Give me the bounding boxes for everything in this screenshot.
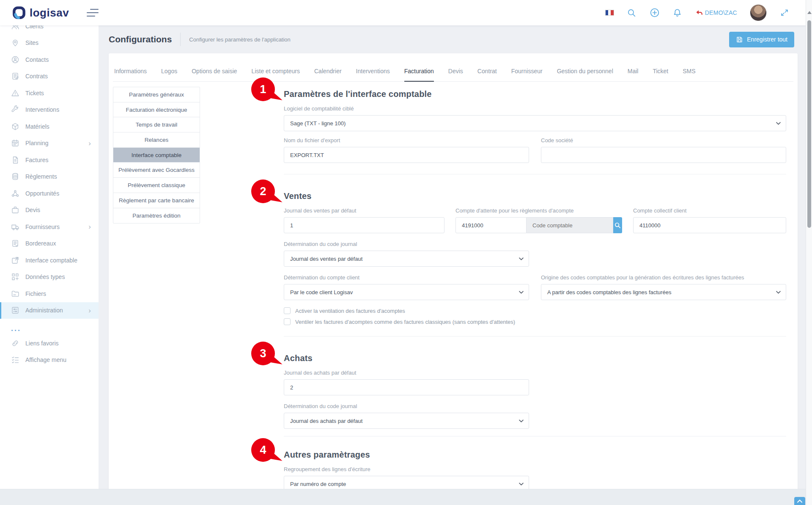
expand-icon[interactable]: [779, 8, 790, 18]
chevron-up-icon: [797, 499, 802, 503]
more-menu-dots[interactable]: ...: [0, 319, 99, 335]
chevron-down-icon: [519, 291, 524, 294]
magnifier-icon: [614, 222, 621, 229]
tab-devis[interactable]: Devis: [448, 68, 463, 81]
sidebar-item-affichage-menu[interactable]: Affichage menu: [0, 352, 99, 369]
app-logo[interactable]: logisav: [12, 6, 69, 20]
tab-contrat[interactable]: Contrat: [477, 68, 497, 81]
section-1-header: 1 Paramètres de l'interface comptable: [284, 88, 786, 99]
waiting-account-input[interactable]: [455, 217, 527, 233]
journal-code-label: Détermination du code journal: [284, 241, 529, 247]
submenu-item-param-tres-dition[interactable]: Paramètres édition: [113, 208, 200, 224]
tab-calendrier[interactable]: Calendrier: [314, 68, 342, 81]
collective-account-input[interactable]: [633, 217, 786, 233]
save-all-button[interactable]: Enregistrer tout: [729, 32, 794, 47]
scrollbar-up-arrow[interactable]: [807, 11, 812, 14]
sidebar-item-sites[interactable]: Sites: [0, 35, 99, 52]
section-4-header: 4 Autres paramètrages: [284, 449, 786, 460]
tab-interventions[interactable]: Interventions: [356, 68, 390, 81]
plus-circle-icon[interactable]: [650, 8, 660, 18]
grouping-label: Regroupement des lignes d'écriture: [284, 466, 529, 472]
sidebar-item-clients[interactable]: Clients: [0, 25, 99, 35]
tab-facturation[interactable]: Facturation: [404, 68, 434, 82]
tab-informations[interactable]: Informations: [114, 68, 147, 81]
purchases-journal-input[interactable]: [284, 379, 529, 395]
logo-text: logisav: [30, 6, 69, 19]
menu-toggle-icon[interactable]: [87, 9, 99, 17]
company-code-input[interactable]: [541, 147, 786, 163]
accounting-code-input: [527, 217, 613, 233]
submenu-item-relances[interactable]: Relances: [113, 132, 200, 148]
submenu-item-pr-l-vement-avec-gocardless[interactable]: Prélèvement avec Gocardless: [113, 163, 200, 178]
avatar[interactable]: [750, 4, 767, 21]
collective-account-label: Compte collectif client: [633, 207, 786, 214]
sidebar-item-bordereaux[interactable]: Bordereaux: [0, 235, 99, 252]
callout-marker-4: 4: [251, 438, 275, 462]
user-menu[interactable]: DEMO\ZAC: [695, 9, 737, 16]
tab-ticket[interactable]: Ticket: [653, 68, 668, 81]
external-link-icon: [11, 256, 19, 265]
coins-icon: [11, 172, 19, 181]
submenu-item-facturation-lectronique[interactable]: Facturation électronique: [113, 102, 200, 118]
footer-bar: [0, 489, 812, 505]
undo-arrow-icon: [695, 10, 702, 16]
tab-fournisseur[interactable]: Fournisseur: [511, 68, 543, 81]
submenu-item-interface-comptable[interactable]: Interface comptable: [113, 148, 200, 163]
sidebar-item-mat-riels[interactable]: Matériels: [0, 118, 99, 135]
sidebar-item-interventions[interactable]: Interventions: [0, 102, 99, 119]
french-flag-icon[interactable]: [605, 10, 614, 16]
ventilation-checkbox[interactable]: [284, 307, 291, 314]
tab-sms[interactable]: SMS: [683, 68, 695, 81]
client-account-select[interactable]: Par le code client Logisav: [284, 284, 529, 300]
scroll-top-button[interactable]: [794, 497, 805, 505]
sidebar-item-tickets[interactable]: Tickets: [0, 85, 99, 102]
grid-plus-icon: [11, 273, 19, 281]
sidebar-item-fournisseurs[interactable]: Fournisseurs›: [0, 218, 99, 235]
export-file-input[interactable]: [284, 147, 529, 163]
software-select[interactable]: Sage (TXT - ligne 100): [284, 115, 786, 131]
submenu-item-pr-l-vement-classique[interactable]: Prélèvement classique: [113, 178, 200, 193]
page-header: Configurations Configurer les paramètres…: [99, 25, 806, 53]
list-check-icon: [11, 356, 19, 364]
ventiler-classique-checkbox[interactable]: [284, 318, 291, 325]
purchases-journal-code-select[interactable]: Journal des achats par défaut: [284, 413, 529, 429]
sidebar-item-administration[interactable]: Administration›: [0, 302, 99, 319]
sidebar-item-contrats[interactable]: Contrats: [0, 68, 99, 85]
calendar-icon: [11, 139, 19, 147]
section-2-title: Ventes: [284, 191, 312, 201]
sidebar-item-opportunit-s[interactable]: Opportunités: [0, 185, 99, 202]
submenu-item-r-glement-par-carte-bancaire[interactable]: Règlement par carte bancaire: [113, 193, 200, 208]
sidebar-item-liens-favoris[interactable]: Liens favoris: [0, 335, 99, 352]
scrollbar-thumb[interactable]: [807, 20, 811, 228]
sidebar-item-devis[interactable]: Devis: [0, 202, 99, 219]
sidebar-item-interface-comptable[interactable]: Interface comptable: [0, 252, 99, 269]
cube-icon: [11, 122, 19, 131]
ventilation-checkbox-label: Activer la ventilation des factures d'ac…: [295, 308, 405, 314]
bell-icon[interactable]: [672, 8, 683, 18]
tab-logos[interactable]: Logos: [161, 68, 177, 81]
sidebar-item-donn-es-types[interactable]: Données types: [0, 269, 99, 286]
purchases-journal-label: Journal des achats par défaut: [284, 370, 529, 376]
codes-origin-select[interactable]: A partir des codes comptables des lignes…: [541, 284, 786, 300]
wrench-icon: [11, 105, 19, 114]
sidebar-item-contacts[interactable]: Contacts: [0, 51, 99, 68]
submenu-item-param-tres-g-n-raux[interactable]: Paramètres généraux: [113, 87, 200, 102]
sidebar-item-r-glements[interactable]: Règlements: [0, 168, 99, 185]
submenu-item-temps-de-travail[interactable]: Temps de travail: [113, 117, 200, 132]
tab-options-de-saisie[interactable]: Options de saisie: [192, 68, 237, 81]
page-scrollbar[interactable]: [806, 0, 812, 505]
company-code-label: Code société: [541, 137, 786, 143]
search-icon[interactable]: [627, 8, 637, 18]
sidebar-item-planning[interactable]: Planning›: [0, 135, 99, 152]
tab-mail[interactable]: Mail: [628, 68, 639, 81]
section-1-title: Paramètres de l'interface comptable: [284, 89, 432, 99]
sidebar-item-fichiers[interactable]: Fichiers: [0, 285, 99, 302]
journal-code-select[interactable]: Journal des ventes par défaut: [284, 251, 529, 267]
codes-origin-label: Origine des codes comptables pour la gén…: [541, 274, 786, 281]
sales-journal-input[interactable]: [284, 217, 444, 233]
account-search-button[interactable]: [613, 217, 622, 233]
tab-gestion-du-personnel[interactable]: Gestion du personnel: [557, 68, 613, 81]
sidebar-item-factures[interactable]: Factures: [0, 152, 99, 168]
logo-icon: [12, 6, 26, 20]
ventiler-classique-checkbox-label: Ventiler les factures d'acomptes comme d…: [295, 319, 515, 325]
